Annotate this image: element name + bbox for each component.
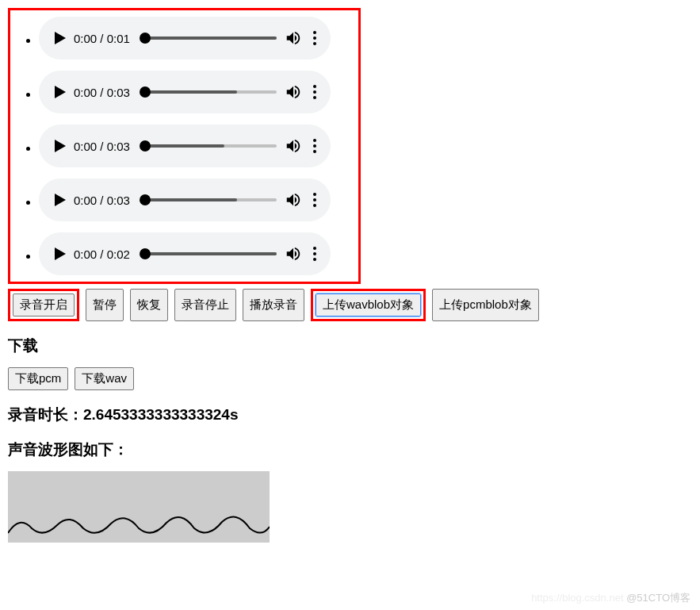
volume-icon[interactable] (285, 137, 302, 155)
more-icon[interactable] (310, 85, 319, 99)
seek-bar[interactable] (145, 144, 277, 148)
play-icon[interactable] (55, 32, 66, 44)
audio-list-item: 0:00 / 0:02 (39, 232, 354, 275)
resume-button[interactable]: 恢复 (130, 289, 168, 321)
more-icon[interactable] (310, 193, 319, 207)
seek-bar[interactable] (145, 90, 277, 94)
volume-icon[interactable] (285, 29, 302, 47)
upload-wav-button[interactable]: 上传wavblob对象 (316, 293, 421, 317)
volume-icon[interactable] (285, 245, 302, 263)
upload-pcm-button[interactable]: 上传pcmblob对象 (432, 289, 539, 321)
more-icon[interactable] (310, 31, 319, 45)
audio-player[interactable]: 0:00 / 0:03 (39, 125, 331, 167)
main-button-row: 录音开启 暂停 恢复 录音停止 播放录音 上传wavblob对象 上传pcmbl… (8, 289, 692, 321)
seek-bar[interactable] (145, 252, 277, 255)
duration-value: 2.6453333333333324s (83, 406, 238, 423)
download-heading: 下载 (8, 336, 692, 356)
time-display: 0:00 / 0:03 (74, 140, 137, 153)
more-icon[interactable] (310, 139, 319, 153)
duration-label: 录音时长： (8, 406, 83, 423)
audio-list-item: 0:00 / 0:03 (39, 178, 354, 221)
time-display: 0:00 / 0:02 (74, 247, 137, 261)
time-display: 0:00 / 0:03 (74, 194, 137, 207)
audio-player[interactable]: 0:00 / 0:01 (39, 17, 331, 59)
highlight-upload-wav: 上传wavblob对象 (311, 289, 426, 321)
play-record-button[interactable]: 播放录音 (243, 289, 304, 321)
play-icon[interactable] (55, 247, 66, 260)
audio-list-item: 0:00 / 0:03 (39, 71, 354, 113)
more-icon[interactable] (310, 247, 319, 261)
audio-list: 0:00 / 0:01 0:00 / 0:03 (15, 17, 354, 275)
audio-player[interactable]: 0:00 / 0:03 (39, 71, 331, 113)
time-display: 0:00 / 0:03 (74, 86, 137, 99)
waveform-svg (8, 471, 270, 543)
audio-list-item: 0:00 / 0:03 (39, 125, 354, 167)
waveform-heading: 声音波形图如下： (8, 439, 692, 460)
audio-list-container: 0:00 / 0:01 0:00 / 0:03 (8, 8, 361, 284)
play-icon[interactable] (55, 140, 66, 152)
play-icon[interactable] (55, 194, 66, 206)
volume-icon[interactable] (285, 191, 302, 209)
seek-bar[interactable] (145, 198, 277, 201)
audio-player[interactable]: 0:00 / 0:03 (39, 178, 331, 221)
highlight-record-start: 录音开启 (8, 289, 79, 321)
download-wav-button[interactable]: 下载wav (75, 367, 134, 390)
record-start-button[interactable]: 录音开启 (13, 293, 75, 317)
audio-list-item: 0:00 / 0:01 (39, 17, 354, 59)
time-display: 0:00 / 0:01 (74, 32, 137, 45)
record-stop-button[interactable]: 录音停止 (174, 289, 236, 321)
pause-button[interactable]: 暂停 (86, 289, 124, 321)
volume-icon[interactable] (285, 83, 302, 101)
waveform-canvas (8, 471, 270, 543)
seek-bar[interactable] (145, 36, 277, 40)
download-button-row: 下载pcm 下载wav (8, 367, 692, 390)
duration-heading: 录音时长：2.6453333333333324s (8, 405, 692, 425)
play-icon[interactable] (55, 86, 66, 98)
audio-player[interactable]: 0:00 / 0:02 (39, 232, 331, 275)
download-pcm-button[interactable]: 下载pcm (8, 367, 68, 390)
